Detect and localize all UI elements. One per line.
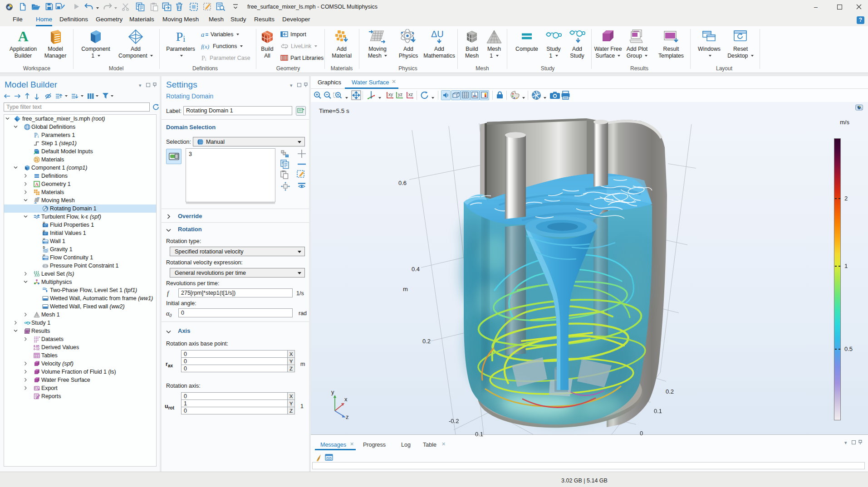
svg-text:D: D <box>43 222 45 224</box>
svg-text:Pi: Pi <box>176 29 186 44</box>
svg-text:f(x): f(x) <box>201 43 209 49</box>
svg-text:xz: xz <box>408 92 413 97</box>
svg-text:a: a <box>201 31 205 38</box>
svg-text:i: i <box>38 134 39 138</box>
svg-text:y: y <box>331 390 334 395</box>
svg-text:A: A <box>35 181 39 187</box>
svg-text:e-12: e-12 <box>34 347 39 351</box>
svg-text:yz: yz <box>398 92 402 97</box>
svg-text:D: D <box>43 254 45 257</box>
svg-text:ΔU: ΔU <box>431 29 444 39</box>
svg-text:Pi: Pi <box>201 55 206 61</box>
svg-text:D: D <box>43 238 45 240</box>
svg-text:P: P <box>34 132 38 138</box>
svg-text:x: x <box>344 396 348 403</box>
svg-text:xy: xy <box>388 92 393 97</box>
svg-text:D: D <box>43 230 45 232</box>
svg-text:DC: DC <box>44 241 48 244</box>
svg-text:A: A <box>18 29 28 44</box>
svg-text:D: D <box>43 246 45 249</box>
svg-text:DC: DC <box>44 258 48 260</box>
svg-text:z: z <box>346 414 349 420</box>
